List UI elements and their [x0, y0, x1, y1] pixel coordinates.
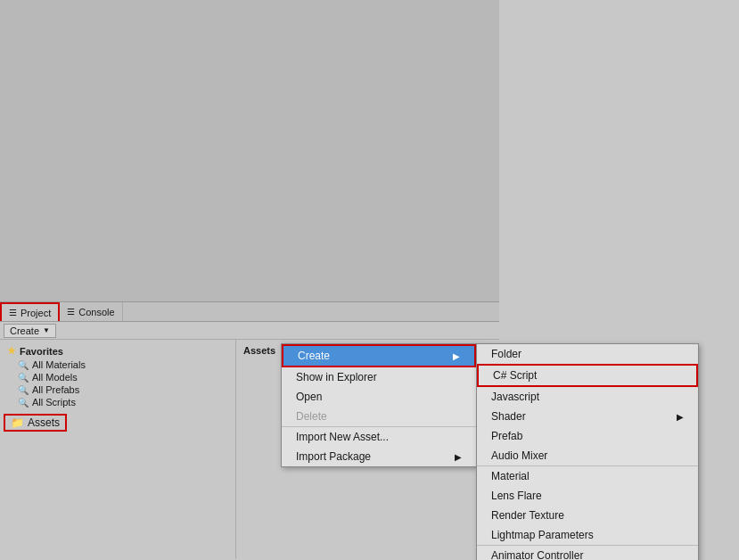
submenu-item-material[interactable]: Material	[477, 465, 698, 486]
submenu-item-render-texture[interactable]: Render Texture	[477, 506, 698, 525]
left-pane: ★ Favorites 🔍 All Materials 🔍 All Models…	[0, 340, 236, 559]
context-label-import-new-asset: Import New Asset...	[296, 431, 389, 443]
submenu-label-lightmap-parameters: Lightmap Parameters	[491, 529, 594, 541]
fav-materials-label: All Materials	[32, 359, 86, 370]
submenu-item-animator-controller[interactable]: Animator Controller	[477, 545, 698, 560]
submenu-label-shader: Shader	[491, 410, 526, 423]
fav-item-models[interactable]: 🔍 All Models	[0, 371, 235, 383]
submenu-label-prefab: Prefab	[491, 430, 522, 442]
search-icon-models: 🔍	[18, 373, 29, 383]
context-item-open[interactable]: Open	[282, 387, 476, 407]
submenu-item-lens-flare[interactable]: Lens Flare	[477, 486, 698, 506]
submenu-item-folder[interactable]: Folder	[477, 344, 698, 364]
search-icon-prefabs: 🔍	[18, 385, 29, 395]
submenu-label-animator-controller: Animator Controller	[491, 549, 583, 560]
fav-item-prefabs[interactable]: 🔍 All Prefabs	[0, 383, 235, 396]
submenu-label-folder: Folder	[491, 348, 521, 360]
tab-project-label: Project	[21, 308, 51, 318]
submenu-item-csharp-script[interactable]: C# Script	[477, 364, 698, 387]
context-arrow-import-package: ▶	[455, 452, 462, 462]
submenu-label-material: Material	[491, 470, 530, 482]
toolbar: Create ▼	[0, 322, 499, 340]
submenu-label-render-texture: Render Texture	[491, 509, 564, 522]
tab-console[interactable]: ☰ Console	[60, 302, 122, 321]
star-icon: ★	[7, 345, 16, 357]
tab-bar: ☰ Project ☰ Console	[0, 302, 499, 322]
context-label-open: Open	[296, 391, 322, 403]
search-icon-scripts: 🔍	[18, 398, 29, 408]
context-menu: Create▶Show in ExplorerOpenDeleteImport …	[281, 343, 477, 467]
submenu-item-audio-mixer[interactable]: Audio Mixer	[477, 446, 698, 465]
assets-section-header[interactable]: 📁 Assets	[4, 414, 67, 432]
tab-project[interactable]: ☰ Project	[0, 302, 60, 321]
viewport-area	[0, 0, 499, 303]
context-label-delete: Delete	[296, 410, 327, 423]
console-tab-icon: ☰	[67, 307, 75, 317]
context-item-create[interactable]: Create▶	[282, 344, 476, 367]
project-tab-icon: ☰	[9, 308, 17, 317]
context-item-import-package[interactable]: Import Package▶	[282, 447, 476, 466]
submenu-arrow-shader: ▶	[677, 412, 684, 422]
assets-folder-label: Assets	[28, 416, 60, 429]
search-icon-materials: 🔍	[18, 360, 29, 370]
submenu-item-prefab[interactable]: Prefab	[477, 426, 698, 446]
create-label: Create	[10, 325, 39, 336]
context-label-create: Create	[298, 350, 330, 362]
fav-item-scripts[interactable]: 🔍 All Scripts	[0, 396, 235, 408]
submenu-label-lens-flare: Lens Flare	[491, 490, 542, 502]
submenu-item-lightmap-parameters[interactable]: Lightmap Parameters	[477, 525, 698, 545]
favorites-header: ★ Favorites	[0, 343, 235, 358]
context-label-show-in-explorer: Show in Explorer	[296, 371, 377, 383]
main-area: ☰ Project ☰ Console Create ▼ ★ Favorite	[0, 0, 739, 560]
context-item-delete[interactable]: Delete	[282, 407, 476, 426]
create-button[interactable]: Create ▼	[4, 324, 56, 338]
submenu-label-audio-mixer: Audio Mixer	[491, 449, 547, 462]
submenu-create: FolderC# ScriptJavascriptShader▶PrefabAu…	[476, 343, 699, 560]
tab-console-label: Console	[78, 307, 114, 317]
submenu-item-shader[interactable]: Shader▶	[477, 407, 698, 426]
context-arrow-create: ▶	[453, 351, 460, 361]
fav-item-materials[interactable]: 🔍 All Materials	[0, 358, 235, 371]
submenu-label-csharp-script: C# Script	[493, 369, 537, 382]
favorites-label: Favorites	[20, 346, 63, 357]
context-label-import-package: Import Package	[296, 450, 371, 463]
context-item-show-in-explorer[interactable]: Show in Explorer	[282, 367, 476, 387]
submenu-label-javascript: Javascript	[491, 391, 539, 403]
fav-prefabs-label: All Prefabs	[32, 384, 79, 395]
submenu-item-javascript[interactable]: Javascript	[477, 387, 698, 407]
context-item-import-new-asset[interactable]: Import New Asset...	[282, 426, 476, 447]
fav-scripts-label: All Scripts	[32, 397, 76, 408]
fav-models-label: All Models	[32, 372, 78, 383]
create-arrow-icon: ▼	[43, 326, 50, 334]
folder-icon: 📁	[11, 416, 24, 429]
